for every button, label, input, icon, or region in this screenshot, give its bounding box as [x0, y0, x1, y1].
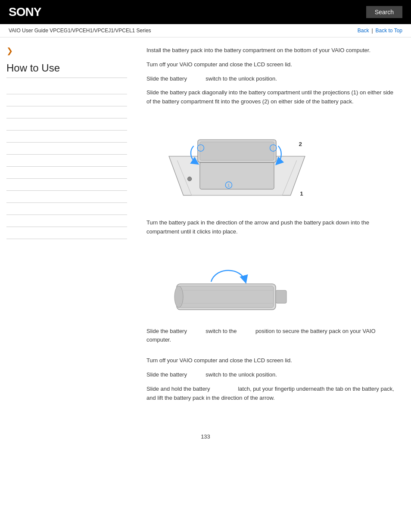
- sidebar-item[interactable]: [6, 106, 127, 118]
- content-area: Install the battery pack into the batter…: [134, 37, 411, 416]
- sidebar-title: How to Use: [6, 62, 127, 78]
- sidebar-item[interactable]: [6, 94, 127, 106]
- nav-separator: |: [371, 28, 373, 34]
- content-para-7: Turn off your VAIO computer and close th…: [146, 356, 398, 365]
- back-to-top-link[interactable]: Back to Top: [376, 28, 402, 34]
- svg-rect-15: [179, 286, 274, 308]
- sidebar-item[interactable]: [6, 191, 127, 203]
- svg-text:1: 1: [227, 183, 230, 187]
- content-para-3: Slide the battery switch to the unlock p…: [146, 75, 398, 84]
- svg-text:1: 1: [300, 190, 303, 197]
- sidebar-item[interactable]: [6, 143, 127, 155]
- battery-insertion-diagram: 2 1 1: [155, 115, 319, 210]
- battery-diagram-2-container: [155, 245, 398, 318]
- content-para-2: Turn off your VAIO computer and close th…: [146, 60, 398, 69]
- nav-links: Back | Back to Top: [358, 28, 402, 34]
- sony-logo: SONY: [9, 5, 41, 19]
- svg-point-16: [174, 286, 183, 308]
- svg-point-9: [187, 177, 192, 181]
- content-para-4: Slide the battery pack diagonally into t…: [146, 88, 398, 106]
- svg-rect-4: [200, 162, 274, 189]
- sidebar-item[interactable]: [6, 118, 127, 131]
- content-para-6: Slide the battery switch to the position…: [146, 327, 398, 345]
- battery-diagram-1-container: 2 1 1: [155, 115, 398, 210]
- svg-text:2: 2: [299, 141, 302, 147]
- svg-rect-6: [200, 142, 274, 160]
- header: SONY Search: [0, 0, 411, 24]
- page-number: 133: [201, 433, 210, 440]
- sidebar-item[interactable]: [6, 203, 127, 215]
- sidebar-item[interactable]: [6, 167, 127, 179]
- sidebar-item[interactable]: [6, 155, 127, 167]
- back-link[interactable]: Back: [358, 28, 369, 34]
- sidebar-arrow: ❯: [6, 46, 127, 56]
- breadcrumb-bar: VAIO User Guide VPCEG1/VPCEH1/VPCEJ1/VPC…: [0, 24, 411, 37]
- main-layout: ❯ How to Use Install the battery pack in…: [0, 37, 411, 416]
- search-button[interactable]: Search: [366, 6, 402, 18]
- content-para-5: Turn the battery pack in the direction o…: [146, 218, 398, 236]
- sidebar-item[interactable]: [6, 82, 127, 94]
- sidebar-item[interactable]: [6, 215, 127, 227]
- sidebar-item[interactable]: [6, 227, 127, 239]
- sidebar-item[interactable]: [6, 131, 127, 143]
- sidebar-item[interactable]: [6, 179, 127, 191]
- breadcrumb-text: VAIO User Guide VPCEG1/VPCEH1/VPCEJ1/VPC…: [9, 28, 151, 34]
- svg-rect-19: [276, 290, 286, 303]
- content-para-1: Install the battery pack into the batter…: [146, 46, 398, 55]
- sidebar: ❯ How to Use: [0, 37, 134, 416]
- content-para-8: Slide the battery switch to the unlock p…: [146, 370, 398, 380]
- battery-rotation-diagram: [155, 245, 302, 318]
- footer: 133: [0, 425, 411, 448]
- content-para-9: Slide and hold the battery latch, put yo…: [146, 385, 398, 403]
